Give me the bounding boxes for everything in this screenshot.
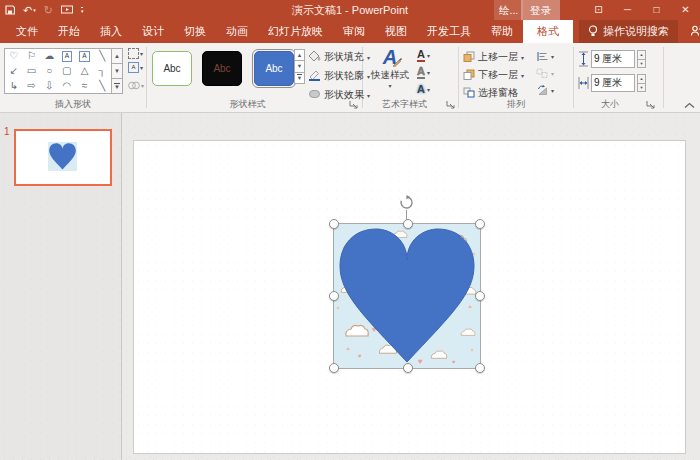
shape-height-input[interactable] (591, 50, 635, 68)
undo-icon[interactable]: ↶▾ (23, 5, 36, 16)
gallery-scroll: ▲ ▼ ▼ (111, 48, 123, 94)
brush-icon (392, 57, 402, 67)
tab-help[interactable]: 帮助 (481, 20, 523, 43)
draw-textbox-button[interactable]: A ▾ (128, 62, 146, 73)
group-objects-icon (536, 68, 549, 79)
shape-fill-icon (308, 50, 321, 64)
maximize-icon[interactable]: □ (642, 0, 671, 20)
selection-handle-w[interactable] (329, 291, 339, 301)
tab-design[interactable]: 设计 (132, 20, 174, 43)
tab-format[interactable]: 格式 (523, 20, 573, 43)
gallery-scroll-down-icon[interactable]: ▼ (111, 64, 123, 79)
edit-shape-icon (128, 48, 139, 59)
start-slideshow-icon[interactable] (61, 5, 73, 15)
text-effects-button[interactable]: A▾ (417, 82, 430, 96)
bring-forward-button[interactable]: 上移一层▾ (463, 50, 524, 64)
shape-arc[interactable]: ◠ (58, 78, 76, 93)
tab-review[interactable]: 审阅 (333, 20, 375, 43)
shape-line[interactable]: ╲ (93, 49, 111, 64)
selection-handle-nw[interactable] (329, 219, 339, 229)
shape-rounded-rectangle[interactable]: ▢ (58, 64, 76, 79)
shape-style-preset-2[interactable]: Abc (202, 51, 242, 86)
text-fill-button[interactable]: A▾ (417, 48, 430, 62)
tab-view[interactable]: 视图 (375, 20, 417, 43)
tab-animations[interactable]: 动画 (216, 20, 258, 43)
shape-elbow-arrow[interactable]: ↳ (5, 78, 23, 93)
selection-handle-se[interactable] (475, 363, 485, 373)
shape-triangle[interactable]: △ (76, 64, 94, 79)
tab-file[interactable]: 文件 (6, 20, 48, 43)
selection-handle-ne[interactable] (475, 219, 485, 229)
group-insert-shapes: ♡ ⚐ ☁ A A ╲ ↙ ▭ ○ ▢ △ ┐ ↳ ⇨ ⇩ ◠ ≈ ╲ ▲ (0, 43, 146, 112)
thumbnail-pattern-square (48, 142, 77, 171)
save-icon[interactable] (5, 5, 15, 15)
tab-transitions[interactable]: 切换 (174, 20, 216, 43)
shape-width-input[interactable] (591, 74, 635, 92)
slide-number: 1 (4, 126, 10, 137)
collapse-ribbon-icon[interactable] (684, 102, 695, 109)
tab-insert[interactable]: 插入 (90, 20, 132, 43)
shape-arrow-line[interactable]: ↙ (5, 64, 23, 79)
gallery-more-icon[interactable]: ▼ (111, 79, 123, 94)
shape-line-2[interactable]: ╲ (93, 78, 111, 93)
group-size: ▲▼ ▲▼ 大小 (575, 43, 663, 112)
spin-up-icon: ▲ (637, 50, 646, 60)
slide-1-thumbnail[interactable] (14, 129, 112, 186)
width-spinner[interactable]: ▲▼ (637, 74, 646, 92)
merge-shapes-button[interactable]: ▾ (128, 76, 146, 94)
text-effects-icon: A (417, 84, 425, 95)
style-scroll-up-icon[interactable]: ▲ (294, 49, 305, 61)
group-button[interactable]: ▾ (536, 66, 554, 80)
shape-outline-button[interactable]: 形状轮廓▾ (308, 69, 370, 83)
shape-right-arrow[interactable]: ⇨ (23, 78, 41, 93)
qat-customize-icon[interactable]: ▾ (81, 7, 84, 14)
shape-textbox[interactable]: A (58, 49, 76, 64)
wordart-dialog-launcher-icon[interactable] (446, 100, 455, 109)
selection-handle-n[interactable] (403, 219, 413, 229)
shape-rectangle[interactable]: ▭ (23, 64, 41, 79)
selection-handle-s[interactable] (403, 363, 413, 373)
shape-oval[interactable]: ○ (40, 64, 58, 79)
selection-handle-sw[interactable] (329, 363, 339, 373)
selected-heart-object[interactable]: ♥ ♥ ♥ ♥ ♥ ♥ (334, 224, 480, 368)
send-backward-button[interactable]: 下移一层▾ (463, 68, 524, 82)
minimize-icon[interactable]: ─ (613, 0, 642, 20)
quick-styles-button[interactable]: A 快速样式 ▾ (368, 47, 412, 103)
rotation-handle[interactable] (399, 195, 414, 210)
shape-fill-button[interactable]: 形状填充▾ (308, 50, 370, 64)
text-outline-button[interactable]: A▾ (417, 65, 430, 79)
shape-style-preset-3-selected[interactable]: Abc (252, 49, 296, 88)
shape-elbow-connector[interactable]: ┐ (93, 64, 111, 79)
drawing-tools-contextual-header[interactable]: 绘... (494, 0, 523, 20)
share-button[interactable]: 共享 (678, 20, 700, 43)
edit-shape-button[interactable]: ▾ (128, 48, 146, 59)
size-dialog-launcher-icon[interactable] (646, 100, 655, 109)
style-more-icon[interactable]: ▼ (294, 73, 305, 84)
height-spinner[interactable]: ▲▼ (637, 50, 646, 68)
align-button[interactable]: ▾ (536, 49, 554, 63)
share-person-icon (690, 25, 700, 38)
signin-button[interactable]: 登录 (521, 0, 560, 20)
shape-style-preset-1[interactable]: Abc (152, 51, 192, 86)
rotate-button[interactable]: ▾ (536, 83, 554, 97)
style-scroll-down-icon[interactable]: ▼ (294, 61, 305, 72)
tab-slideshow[interactable]: 幻灯片放映 (258, 20, 333, 43)
tab-home[interactable]: 开始 (48, 20, 90, 43)
shape-scribble[interactable]: ≈ (76, 78, 94, 93)
shape-heart[interactable]: ♡ (5, 49, 23, 64)
shape-down-arrow[interactable]: ⇩ (40, 78, 58, 93)
shape-styles-dialog-launcher-icon[interactable] (349, 100, 358, 109)
shape-vertical-textbox[interactable]: A (76, 49, 94, 64)
selection-handle-e[interactable] (475, 291, 485, 301)
shape-cloud[interactable]: ☁ (40, 49, 58, 64)
ribbon-display-options-icon[interactable]: ⊡ (584, 0, 613, 20)
slide-thumbnail-panel: 1 (0, 113, 122, 460)
close-icon[interactable]: ✕ (671, 0, 700, 20)
gallery-scroll-up-icon[interactable]: ▲ (111, 48, 123, 64)
tell-me-search[interactable]: 操作说明搜索 (579, 20, 678, 43)
editing-canvas[interactable]: ♥ ♥ ♥ ♥ ♥ ♥ (122, 113, 700, 460)
shape-flag[interactable]: ⚐ (23, 49, 41, 64)
group-wordart-styles: A 快速样式 ▾ A▾ A▾ A▾ 艺术字样式 (363, 43, 458, 112)
ribbon-tab-row: 文件 开始 插入 设计 切换 动画 幻灯片放映 审阅 视图 开发工具 帮助 格式… (0, 20, 700, 43)
tab-developer[interactable]: 开发工具 (417, 20, 481, 43)
